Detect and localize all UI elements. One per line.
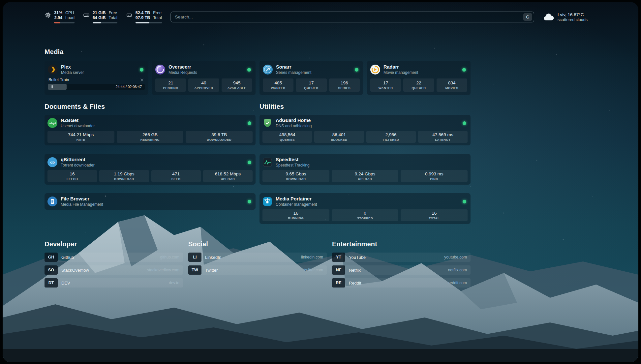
section-title-entertainment: Entertainment [332, 240, 471, 248]
search-engine-button[interactable]: G [523, 13, 532, 21]
filebrowser-icon [47, 197, 57, 206]
status-dot [248, 200, 251, 203]
stat-value: 744.21 Mbps [68, 132, 94, 137]
stat-value: 196 [341, 80, 348, 86]
service-card-sonarr[interactable]: Sonarr Series management 485 WANTED 17 Q… [259, 61, 363, 95]
cpu-icon [45, 12, 51, 18]
bookmark-url: youtube.com [444, 255, 467, 259]
stat-value: 0.993 ms [425, 171, 443, 177]
stat-blocked: 86,401 BLOCKED [314, 131, 364, 143]
service-name: Overseerr [168, 64, 197, 70]
bookmark-abbr: GH [45, 253, 58, 262]
stat-running: 16 RUNNING [262, 209, 329, 221]
disk-total-label: Total [153, 15, 162, 20]
stat-label: PING [430, 177, 438, 181]
stat-value: 2,956 [385, 132, 397, 137]
stat-label: QUEUED [304, 86, 318, 90]
pause-icon[interactable] [51, 85, 53, 88]
section-social: Social LI LinkedIn linkedin.com TW Twitt… [188, 240, 327, 291]
stat-value: 485 [274, 80, 282, 86]
service-card-filebrowser[interactable]: File Browser Media File Management [45, 193, 256, 210]
stat-label: QUERIES [280, 138, 295, 142]
gear-icon[interactable] [140, 78, 144, 82]
stat-remaining: 266 GB REMAINING [117, 131, 184, 143]
service-card-speedtest[interactable]: Speedtest Speedtest Tracking 9.65 Gbps D… [259, 154, 471, 185]
bookmark-netflix[interactable]: NF Netflix netflix.com [332, 265, 471, 275]
bookmark-twitter[interactable]: TW Twitter twitter.com [188, 265, 327, 275]
bookmark-name: LinkedIn [205, 255, 221, 260]
bookmark-name: DEV [61, 281, 70, 286]
stat-label: UPLOAD [221, 177, 235, 181]
cpu-load-label: Load [65, 15, 75, 20]
section-title-utilities: Utilities [259, 103, 471, 110]
bookmark-github[interactable]: GH Github github.com [45, 253, 183, 262]
bookmark-youtube[interactable]: YT YouTube youtube.com [332, 253, 471, 262]
service-card-plex[interactable]: Plex Media server Bullet Train [45, 61, 148, 95]
service-card-overseerr[interactable]: Overseerr Media Requests 21 PENDING 40 A… [152, 61, 256, 95]
stat-label: SERIES [338, 86, 351, 90]
service-card-qbittorrent[interactable]: qb qBittorrent Torrent downloader 16 LEE… [45, 154, 256, 185]
service-subtitle: Series management [276, 70, 311, 75]
stat-value: 40 [201, 80, 206, 86]
section-developer: Developer GH Github github.com SO StackO… [45, 240, 183, 291]
speedtest-icon [262, 157, 272, 167]
service-subtitle: Container management [276, 202, 317, 207]
service-subtitle: Speedtest Tracking [276, 163, 310, 168]
status-dot [355, 68, 358, 72]
bookmark-dev[interactable]: DT DEV dev.to [45, 278, 183, 288]
media-grid: Plex Media server Bullet Train [45, 61, 471, 95]
bookmark-linkedin[interactable]: LI LinkedIn linkedin.com [188, 253, 327, 262]
section-media: Media Plex Media server [45, 48, 471, 95]
service-card-adguard[interactable]: AdGuard Home DNS and adblocking 498,564 … [259, 115, 471, 145]
stat-upload: 618.52 Mbps UPLOAD [203, 170, 253, 182]
stat-download: 9.65 Gbps DOWNLOAD [262, 170, 329, 182]
section-title-documents: Documents & Files [45, 103, 256, 110]
stat-value: 47.569 ms [432, 132, 453, 137]
stat-approved: 40 APPROVED [188, 78, 219, 92]
bookmark-url: twitter.com [304, 268, 323, 272]
bookmark-name: Github [61, 255, 74, 260]
now-playing-title: Bullet Train [48, 77, 69, 82]
service-name: File Browser [61, 196, 103, 202]
memory-free-value: 21 GiB [93, 11, 106, 15]
service-name: AdGuard Home [276, 117, 312, 123]
stat-label: SEED [171, 177, 181, 181]
stat-filtered: 2,956 FILTERED [366, 131, 416, 143]
stat-value: 16 [432, 210, 437, 216]
search-input[interactable] [175, 15, 523, 19]
stat-queued: 17 QUEUED [296, 78, 326, 92]
stat-value: 9.24 Gbps [355, 171, 375, 177]
cloud-icon [543, 13, 554, 21]
service-card-nzbget[interactable]: nzbget NZBGet Usenet downloader 744.21 M… [45, 115, 256, 145]
status-dot [247, 68, 251, 72]
service-card-radarr[interactable]: Radarr Movie management 17 WANTED 22 QUE… [367, 61, 471, 95]
radarr-icon [370, 65, 380, 75]
disk-usage-fill [136, 22, 149, 23]
stat-label: AVAILABLE [228, 86, 246, 90]
weather-widget[interactable]: Lviv, 16.87°C scattered clouds [543, 12, 588, 22]
service-subtitle: Usenet downloader [61, 124, 95, 129]
search-bar[interactable]: G [170, 12, 534, 22]
status-dot [248, 121, 251, 125]
bookmark-stackoverflow[interactable]: SO StackOverflow stackoverflow.com [45, 265, 183, 275]
portainer-icon [262, 197, 272, 206]
stat-seed: 471 SEED [151, 170, 201, 182]
weather-location: Lviv, 16.87°C [558, 12, 588, 17]
stat-label: STOPPED [357, 216, 373, 220]
stat-label: MOVIES [445, 86, 458, 90]
nzbget-icon: nzbget [47, 118, 57, 128]
top-bar: 31% CPU 2.94 Load 21 [45, 11, 588, 23]
stat-label: QUEUED [412, 86, 426, 90]
status-dot [463, 121, 466, 125]
section-title-social: Social [188, 240, 327, 248]
bookmark-reddit[interactable]: RE Reddit reddit.com [332, 278, 471, 288]
stat-wanted: 17 WANTED [370, 78, 401, 92]
bookmark-url: stackoverflow.com [147, 268, 179, 272]
stat-value: 1.19 Gbps [114, 171, 134, 177]
service-card-portainer[interactable]: Media Portainer Container management 16 … [259, 193, 471, 224]
stat-label: RATE [76, 138, 85, 142]
bookmark-url: netflix.com [448, 268, 467, 272]
disk-widget: 52.4 TB Free 97.9 TB Total [126, 11, 162, 23]
stat-value: 498,564 [279, 132, 295, 137]
service-name: Plex [61, 64, 84, 70]
